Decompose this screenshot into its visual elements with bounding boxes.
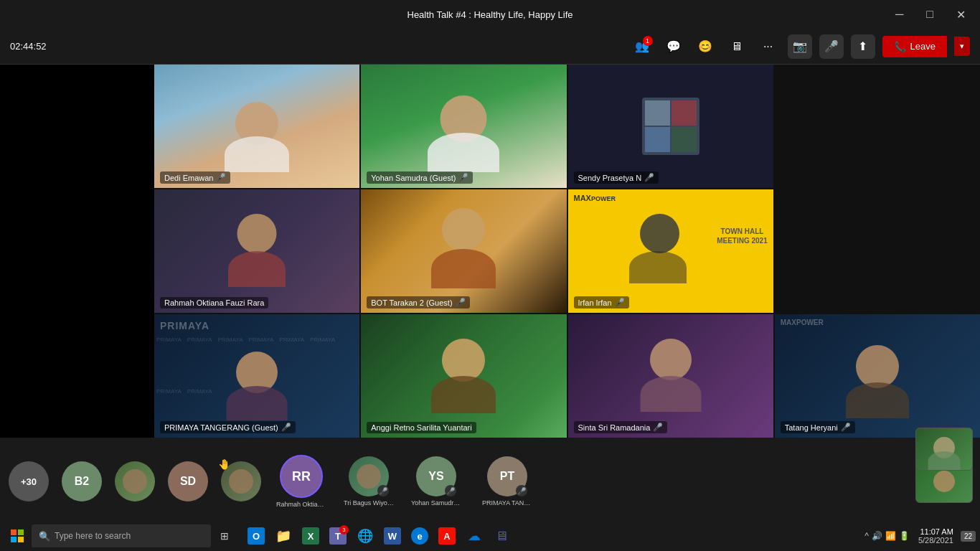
taskbar-cloud[interactable]: ☁	[462, 524, 486, 548]
participant-tbw[interactable]: 🎤 Tri Bagus Wiyono	[340, 456, 397, 507]
video-cell-sendy: Sendy Prasetya N 🎤	[568, 65, 773, 188]
participants-button[interactable]: 👥 1	[630, 34, 654, 59]
participant-b2[interactable]: B2	[60, 461, 103, 501]
tray-chevron[interactable]: ^	[864, 531, 869, 541]
count-badge[interactable]: +30	[9, 461, 49, 501]
video-cell-bot-name: BOT Tarakan 2 (Guest) 🎤	[367, 296, 469, 309]
participant-b2-avatar[interactable]: B2	[62, 461, 102, 501]
taskbar-screen[interactable]: 🖥	[489, 524, 514, 548]
share-tray-button[interactable]: ⬆	[851, 34, 875, 59]
yohan-mic-icon: 🎤	[458, 173, 468, 182]
participant-pt-avatar[interactable]: PT 🎤	[487, 456, 527, 496]
video-cell-anggi: Anggi Retno Sarilita Yuantari	[361, 314, 566, 438]
participants-badge: 1	[643, 36, 653, 46]
video-cell-irfan: MAXPOWER TOWN HALLMEETING 2021 Irfan Irf…	[568, 189, 773, 313]
notification-count[interactable]: 22	[961, 531, 976, 542]
dedi-mic-icon: 🎤	[216, 173, 226, 182]
tray-sound[interactable]: 🔊	[872, 531, 882, 541]
participant-photo1[interactable]	[113, 461, 156, 501]
sinta-name-text: Sinta Sri Ramadania	[578, 423, 651, 432]
close-button[interactable]: ✕	[951, 5, 971, 24]
microphone-button[interactable]: 🎤	[819, 34, 844, 59]
chrome-icon: 🌐	[357, 528, 373, 544]
participant-ys[interactable]: YS 🎤 Yohan Samudra (Guest)	[407, 456, 465, 507]
participant-tbw-name: Tri Bagus Wiyono	[344, 499, 394, 507]
tatang-name-text: Tatang Heryani	[785, 423, 838, 432]
participant-photo2-avatar: 🤚	[221, 461, 261, 501]
tray-network[interactable]: 📶	[885, 531, 896, 541]
maximize-button[interactable]: □	[920, 5, 939, 24]
outlook-icon: O	[248, 527, 265, 545]
video-cell-sinta: Sinta Sri Ramadania 🎤	[568, 314, 773, 438]
participant-photo2[interactable]: 🤚	[220, 461, 263, 501]
participant-ys-name: Yohan Samudra (Guest)	[411, 499, 461, 507]
meeting-timer: 02:44:52	[10, 41, 53, 52]
yohan-name-text: Yohan Samudra (Guest)	[371, 174, 456, 182]
participant-pt[interactable]: PT 🎤 PRIMAYA TANGERAN...	[475, 456, 540, 507]
participant-sd-avatar[interactable]: SD	[168, 461, 208, 501]
video-cell-empty1	[775, 65, 980, 188]
participant-ys-avatar[interactable]: YS 🎤	[416, 456, 456, 496]
reactions-button[interactable]: 😊	[693, 34, 717, 59]
task-view-icon: ⊞	[220, 530, 229, 542]
more-options-button[interactable]: ···	[756, 34, 781, 59]
participant-rr-avatar[interactable]: RR	[280, 455, 323, 498]
video-cell-tatang: MAXPOWER Tatang Heryani 🎤	[775, 314, 980, 438]
leave-button[interactable]: 📞 Leave	[882, 36, 947, 57]
edge-icon: e	[411, 527, 428, 545]
windows-taskbar: 🔍 Type here to search ⊞ O 📁 X T 3 🌐 W	[0, 521, 980, 551]
search-placeholder: Type here to search	[55, 531, 131, 541]
taskbar-word[interactable]: W	[380, 524, 405, 548]
svg-rect-0	[11, 529, 17, 535]
taskbar-acrobat[interactable]: A	[435, 524, 459, 548]
participant-sd[interactable]: SD	[166, 461, 209, 501]
sendy-mic-icon: 🎤	[644, 173, 654, 182]
word-icon: W	[384, 527, 401, 545]
left-sidebar	[0, 65, 154, 438]
window-title: Health Talk #4 : Healthy Life, Happy Lif…	[407, 9, 573, 20]
window-controls: ─ □ ✕	[890, 5, 971, 24]
rahmah-name-text: Rahmah Oktiana Fauzi Rara	[164, 298, 264, 307]
tatang-mic-icon: 🎤	[841, 423, 851, 432]
participant-photo1-avatar	[115, 461, 155, 501]
participants-strip: +30 B2 SD 🤚 RR Rahmah Oktiana Fauzi Rar.…	[0, 442, 980, 521]
taskbar-chrome[interactable]: 🌐	[353, 524, 377, 548]
systray-icons: ^ 🔊 📶 🔋	[864, 531, 910, 541]
video-cell-irfan-name: Irfan Irfan 🎤	[574, 296, 629, 309]
video-cell-primaya: PRIMAYA PRIMAYA PRIMAYA PRIMAYA PRIMAYA …	[154, 314, 359, 438]
taskbar-apps: O 📁 X T 3 🌐 W e A ☁	[244, 524, 514, 548]
bot-name-text: BOT Tarakan 2 (Guest)	[371, 298, 452, 307]
participant-rr[interactable]: RR Rahmah Oktiana Fauzi Rar...	[273, 455, 330, 508]
taskbar-outlook[interactable]: O	[244, 524, 268, 548]
systray-date: 5/28/2021	[918, 536, 953, 545]
taskbar-teams[interactable]: T 3	[326, 524, 350, 548]
primaya-name-text: PRIMAYA TANGERANG (Guest)	[164, 423, 278, 432]
screen-icon: 🖥	[495, 529, 508, 544]
minimize-button[interactable]: ─	[890, 5, 909, 24]
video-cell-primaya-name: PRIMAYA TANGERANG (Guest) 🎤	[160, 421, 296, 433]
leave-dropdown-button[interactable]: ▾	[954, 37, 970, 56]
irfan-mic-icon: 🎤	[615, 298, 625, 307]
svg-rect-3	[18, 537, 24, 542]
taskbar-files[interactable]: 📁	[271, 524, 296, 548]
ys-mic-muted: 🎤	[445, 485, 456, 496]
video-cell-dedi: Dedi Emawan 🎤	[154, 65, 359, 188]
taskbar-edge[interactable]: e	[407, 524, 432, 548]
tray-battery[interactable]: 🔋	[899, 531, 910, 541]
tbw-mic-muted: 🎤	[377, 485, 389, 496]
taskbar-excel[interactable]: X	[298, 524, 323, 548]
video-cell-yohan-name: Yohan Samudra (Guest) 🎤	[367, 171, 473, 184]
anggi-name-text: Anggi Retno Sarilita Yuantari	[371, 423, 471, 432]
camera-button[interactable]: 📷	[788, 34, 812, 59]
svg-rect-2	[11, 537, 17, 542]
video-cell-sinta-name: Sinta Sri Ramadania 🎤	[574, 421, 668, 433]
files-icon: 📁	[275, 528, 291, 544]
start-button[interactable]	[4, 523, 30, 549]
raise-hand-icon: 🤚	[218, 458, 230, 470]
participant-count[interactable]: +30	[7, 461, 50, 501]
share-screen-button[interactable]: 🖥	[725, 34, 749, 59]
task-view-button[interactable]: ⊞	[212, 524, 237, 548]
chat-button[interactable]: 💬	[661, 34, 686, 59]
video-cell-sendy-name: Sendy Prasetya N 🎤	[574, 171, 659, 184]
search-bar[interactable]: 🔍 Type here to search	[32, 524, 211, 547]
